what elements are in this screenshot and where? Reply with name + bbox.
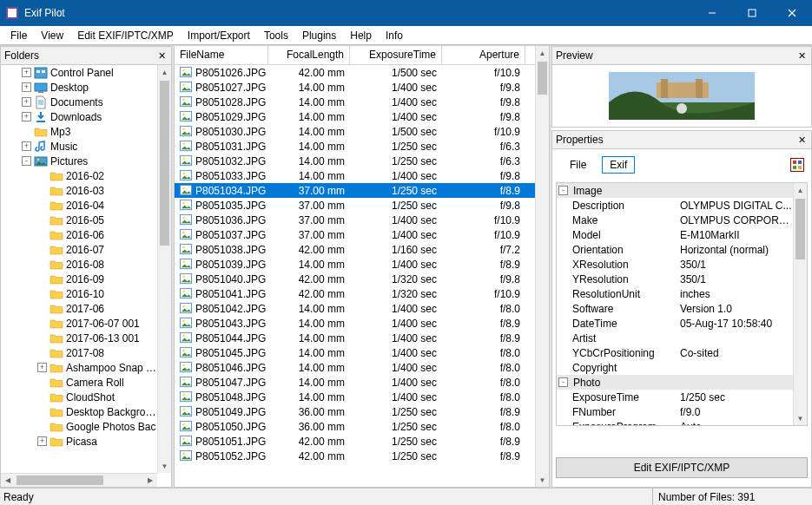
property-row[interactable]: FNumberf/9.0	[557, 404, 793, 419]
menu-edit-exif-iptc-xmp[interactable]: Edit EXIF/IPTC/XMP	[70, 27, 181, 44]
tree-item[interactable]: -Pictures	[1, 154, 157, 168]
properties-options-icon[interactable]	[790, 158, 804, 172]
collapse-icon[interactable]: -	[558, 377, 568, 387]
tree-item[interactable]: Desktop Background	[1, 404, 157, 419]
file-row[interactable]: P8051044.JPG14.00 mm1/400 secf/8.9	[175, 331, 535, 345]
tree-item[interactable]: +Control Panel	[1, 65, 157, 80]
file-row[interactable]: P8051052.JPG42.00 mm1/250 secf/8.9	[175, 449, 535, 463]
file-row[interactable]: P8051048.JPG14.00 mm1/400 secf/8.0	[175, 390, 535, 404]
property-row[interactable]: XResolution350/1	[557, 257, 793, 272]
expand-icon[interactable]: +	[37, 436, 47, 446]
tree-item[interactable]: Camera Roll	[1, 375, 157, 390]
col-aperture[interactable]: Aperture	[442, 46, 525, 64]
expand-icon[interactable]: +	[37, 363, 47, 372]
tree-item[interactable]: +Downloads	[1, 109, 157, 124]
file-row[interactable]: P8051036.JPG37.00 mm1/400 secf/10.9	[175, 213, 535, 227]
property-row[interactable]: ExposureTime1/250 sec	[557, 390, 793, 404]
edit-exif-button[interactable]: Edit EXIF/IPTC/XMP	[556, 457, 808, 478]
close-button[interactable]	[772, 0, 812, 26]
tab-file[interactable]: File	[563, 157, 593, 173]
tree-item[interactable]: 2017-06	[1, 301, 157, 316]
file-row[interactable]: P8051034.JPG37.00 mm1/250 secf/8.9	[175, 183, 535, 198]
tree-item[interactable]: +Ashampoo Snap 10	[1, 360, 157, 375]
file-row[interactable]: P8051041.JPG42.00 mm1/320 secf/10.9	[175, 286, 535, 301]
menu-view[interactable]: View	[34, 27, 70, 44]
tree-item[interactable]: Google Photos Bac	[1, 419, 157, 434]
tree-item[interactable]: +Music	[1, 139, 157, 154]
property-row[interactable]: DateTime05-Aug-17 10:58:40	[557, 316, 793, 331]
menu-tools[interactable]: Tools	[257, 27, 295, 44]
tree-scrollbar-v[interactable]: ▲ ▼	[157, 65, 171, 473]
preview-close-icon[interactable]: ✕	[795, 49, 808, 62]
tree-item[interactable]: +Picasa	[1, 434, 157, 449]
file-row[interactable]: P8051037.JPG37.00 mm1/400 secf/10.9	[175, 227, 535, 242]
file-row[interactable]: P8051050.JPG36.00 mm1/250 secf/8.0	[175, 419, 535, 434]
col-exposuretime[interactable]: ExposureTime	[350, 46, 442, 64]
tree-item[interactable]: 2016-04	[1, 198, 157, 213]
maximize-button[interactable]	[732, 0, 772, 26]
file-row[interactable]: P8051038.JPG42.00 mm1/160 secf/7.2	[175, 242, 535, 257]
tree-item[interactable]: 2016-05	[1, 213, 157, 227]
expand-icon[interactable]: +	[22, 82, 31, 92]
file-row[interactable]: P8051029.JPG14.00 mm1/400 secf/9.8	[175, 109, 535, 124]
tree-item[interactable]: +Desktop	[1, 80, 157, 95]
file-row[interactable]: P8051035.JPG37.00 mm1/250 secf/9.8	[175, 198, 535, 213]
file-row[interactable]: P8051047.JPG14.00 mm1/400 secf/8.0	[175, 375, 535, 390]
property-group[interactable]: -Image	[557, 183, 793, 198]
expand-icon[interactable]: +	[22, 112, 31, 121]
folders-close-icon[interactable]: ✕	[155, 49, 168, 62]
tree-item[interactable]: 2016-09	[1, 272, 157, 286]
tree-item[interactable]: 2016-07	[1, 242, 157, 257]
tree-item[interactable]: 2017-08	[1, 345, 157, 360]
file-row[interactable]: P8051026.JPG42.00 mm1/500 secf/10.9	[175, 65, 535, 80]
tree-item[interactable]: 2016-06	[1, 227, 157, 242]
property-row[interactable]: ModelE-M10MarkII	[557, 227, 793, 242]
collapse-icon[interactable]: -	[22, 156, 31, 166]
properties-close-icon[interactable]: ✕	[795, 134, 808, 146]
property-row[interactable]: OrientationHorizontal (normal)	[557, 242, 793, 257]
expand-icon[interactable]: +	[22, 97, 31, 107]
menu-plugins[interactable]: Plugins	[295, 27, 343, 44]
tree-item[interactable]: 2016-03	[1, 183, 157, 198]
properties-scrollbar-v[interactable]: ▲ ▼	[793, 183, 807, 425]
property-row[interactable]: DescriptionOLYMPUS DIGITAL C...	[557, 198, 793, 213]
file-row[interactable]: P8051033.JPG14.00 mm1/400 secf/9.8	[175, 168, 535, 183]
file-row[interactable]: P8051028.JPG14.00 mm1/400 secf/9.8	[175, 95, 535, 109]
tree-scrollbar-h[interactable]: ◀ ▶	[1, 473, 157, 487]
file-row[interactable]: P8051027.JPG14.00 mm1/400 secf/9.8	[175, 80, 535, 95]
menu-file[interactable]: File	[3, 27, 34, 44]
expand-icon[interactable]: +	[22, 141, 31, 151]
col-focallength[interactable]: FocalLength	[268, 46, 350, 64]
tree-item[interactable]: 2016-08	[1, 257, 157, 272]
property-row[interactable]: ExposureProgramAuto	[557, 419, 793, 425]
file-row[interactable]: P8051045.JPG14.00 mm1/400 secf/8.0	[175, 345, 535, 360]
files-scrollbar-v[interactable]: ▲ ▼	[535, 46, 549, 487]
tree-item[interactable]: 2017-06-07 001	[1, 316, 157, 331]
file-row[interactable]: P8051043.JPG14.00 mm1/400 secf/8.9	[175, 316, 535, 331]
file-row[interactable]: P8051042.JPG14.00 mm1/400 secf/8.0	[175, 301, 535, 316]
tree-item[interactable]: Mp3	[1, 124, 157, 139]
minimize-button[interactable]	[692, 0, 732, 26]
file-row[interactable]: P8051049.JPG36.00 mm1/250 secf/8.9	[175, 404, 535, 419]
property-group[interactable]: -Photo	[557, 375, 793, 390]
file-row[interactable]: P8051030.JPG14.00 mm1/500 secf/10.9	[175, 124, 535, 139]
property-row[interactable]: Artist	[557, 331, 793, 345]
tree-item[interactable]: 2017-06-13 001	[1, 331, 157, 345]
collapse-icon[interactable]: -	[558, 186, 568, 195]
property-row[interactable]: Copyright	[557, 360, 793, 375]
file-row[interactable]: P8051039.JPG14.00 mm1/400 secf/8.9	[175, 257, 535, 272]
tree-item[interactable]: 2016-02	[1, 168, 157, 183]
file-row[interactable]: P8051051.JPG42.00 mm1/250 secf/8.9	[175, 434, 535, 449]
property-row[interactable]: ResolutionUnitinches	[557, 286, 793, 301]
tree-item[interactable]: +Documents	[1, 95, 157, 109]
tree-item[interactable]: CloudShot	[1, 390, 157, 404]
menu-help[interactable]: Help	[343, 27, 379, 44]
property-row[interactable]: SoftwareVersion 1.0	[557, 301, 793, 316]
file-row[interactable]: P8051032.JPG14.00 mm1/250 secf/6.3	[175, 154, 535, 168]
tree-item[interactable]: 2016-10	[1, 286, 157, 301]
file-row[interactable]: P8051040.JPG42.00 mm1/320 secf/9.8	[175, 272, 535, 286]
property-row[interactable]: MakeOLYMPUS CORPORA...	[557, 213, 793, 227]
property-row[interactable]: YCbCrPositioningCo-sited	[557, 345, 793, 360]
file-grid-header[interactable]: FileName FocalLength ExposureTime Apertu…	[175, 46, 535, 65]
file-row[interactable]: P8051031.JPG14.00 mm1/250 secf/6.3	[175, 139, 535, 154]
